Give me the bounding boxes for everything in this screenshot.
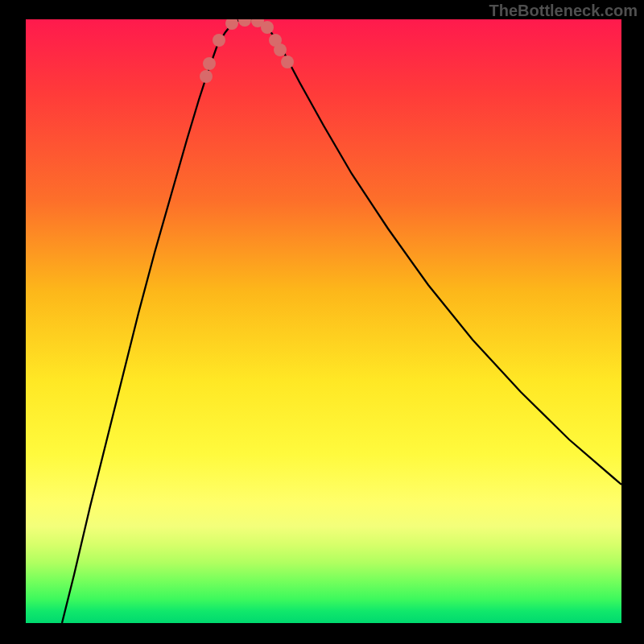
curve-layer	[26, 19, 621, 623]
highlight-dot	[238, 19, 251, 27]
brand-watermark: TheBottleneck.com	[489, 2, 638, 20]
highlight-dot	[281, 56, 294, 68]
highlight-dot	[213, 34, 225, 47]
highlight-dot	[274, 43, 287, 56]
chart-frame: TheBottleneck.com	[0, 0, 644, 644]
plot-area	[26, 19, 621, 623]
highlight-dot	[203, 57, 216, 70]
highlight-dot	[261, 21, 274, 34]
curve-right-branch	[258, 21, 621, 485]
curve-left-branch	[62, 21, 237, 623]
highlight-dot	[225, 19, 238, 30]
highlight-dot	[200, 70, 213, 83]
highlight-dots-group	[200, 19, 294, 83]
